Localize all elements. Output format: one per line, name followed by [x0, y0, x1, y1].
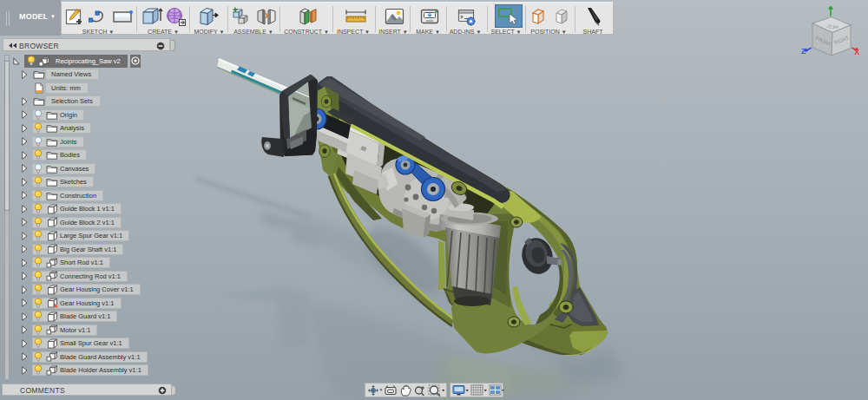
svg-text:X: X [854, 48, 859, 56]
svg-text:Z: Z [801, 47, 806, 56]
